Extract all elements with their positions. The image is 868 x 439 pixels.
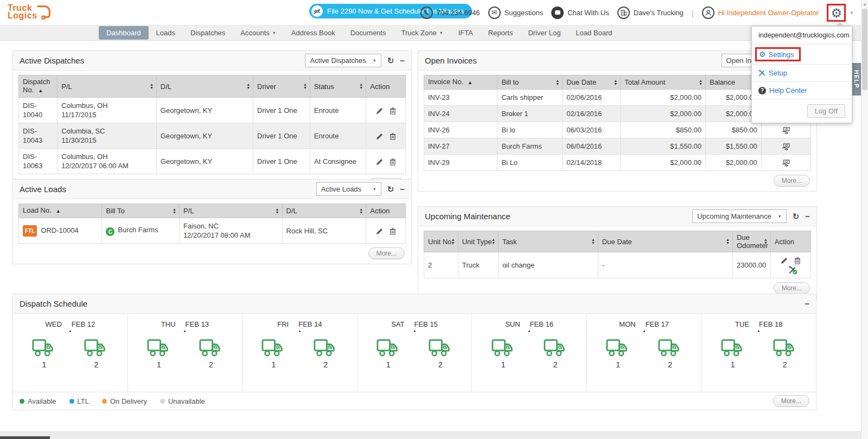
edit-icon[interactable] xyxy=(376,158,383,166)
col-bill-to[interactable]: Bill To▲▼ xyxy=(102,204,180,218)
truck-button[interactable]: 1 xyxy=(146,339,171,369)
scroll-up-arrow-icon[interactable]: ▲ xyxy=(861,0,868,8)
menu-item-settings[interactable]: ⚙ Settings xyxy=(752,44,852,65)
nav-address-book[interactable]: Address Book xyxy=(284,26,343,40)
day-dot xyxy=(69,330,71,332)
col-load-no[interactable]: Load No.▲ xyxy=(19,204,102,218)
company-switcher[interactable]: Dave's Trucking xyxy=(617,7,684,19)
collapse-icon[interactable]: − xyxy=(805,212,810,220)
suggestions-link[interactable]: ✉ Suggestions xyxy=(488,7,544,19)
nav-reports[interactable]: Reports xyxy=(481,26,521,40)
expresstrucktax-icon: ex xyxy=(311,5,323,17)
nav-driver-log[interactable]: Driver Log xyxy=(520,26,568,40)
phone-number: 704.234.6946 xyxy=(437,9,480,17)
panel-title: Dispatch Schedule xyxy=(20,299,87,308)
pl-cell: Columbus, OH11/17/2015 xyxy=(58,98,157,123)
user-greeting[interactable]: Hi Independent Owner-Operator xyxy=(702,7,819,19)
truck-button[interactable]: 1 xyxy=(491,339,516,369)
refresh-icon[interactable]: ↻ xyxy=(387,56,394,65)
col-status[interactable]: Status▲▼ xyxy=(310,75,366,98)
truck-button[interactable]: 2 xyxy=(658,339,682,369)
delete-icon[interactable] xyxy=(390,107,396,114)
col-due-date[interactable]: Due Date▲▼ xyxy=(563,75,621,90)
active-dispatches-select[interactable]: Active Dispatches▼ xyxy=(305,54,381,67)
nav-dashboard[interactable]: Dashboard xyxy=(99,26,149,40)
truck-button[interactable]: 1 xyxy=(31,339,56,369)
col-unit-no[interactable]: Unit No.▲▼ xyxy=(424,231,458,252)
col-bill-to[interactable]: Bill to▲▼ xyxy=(497,75,563,90)
more-button[interactable]: More... xyxy=(773,395,809,407)
menu-item-setup[interactable]: Setup xyxy=(752,65,852,82)
edit-icon[interactable] xyxy=(781,257,788,264)
schedule-days: WEDFEB 12 1 2 THUFEB 13 1 2 FRIFEB 14 1 … xyxy=(13,314,816,392)
truck-icon xyxy=(261,339,286,358)
collapse-icon[interactable]: − xyxy=(805,300,809,308)
edit-icon[interactable] xyxy=(376,107,383,114)
col-pl[interactable]: P/L▲▼ xyxy=(58,75,157,98)
record-payment-icon[interactable] xyxy=(782,160,790,167)
log-off-button[interactable]: Log Off xyxy=(807,104,845,118)
truck-button[interactable]: 2 xyxy=(773,339,797,369)
truck-button[interactable]: 1 xyxy=(261,339,286,369)
col-dl[interactable]: D/L▲▼ xyxy=(282,204,366,218)
delete-icon[interactable] xyxy=(390,133,396,140)
nav-loads[interactable]: Loads xyxy=(149,26,183,40)
record-payment-icon[interactable] xyxy=(782,143,790,151)
nav-dispatches[interactable]: Dispatches xyxy=(183,26,233,40)
chat-with-us-link[interactable]: Chat With Us xyxy=(551,7,609,19)
nav-truck-zone[interactable]: Truck Zone▼ xyxy=(393,26,450,40)
panel-title: Upcoming Maintenance xyxy=(425,212,510,221)
trucklogics-logo[interactable]: Truck Logics xyxy=(8,2,53,22)
truck-button[interactable]: 1 xyxy=(605,339,630,369)
company-name: Dave's Trucking xyxy=(634,9,684,17)
complete-maintenance-icon[interactable] xyxy=(788,265,797,275)
refresh-icon[interactable]: ↻ xyxy=(793,212,800,220)
col-dispatch-no[interactable]: Dispatch No.▲ xyxy=(19,75,58,98)
truck-button[interactable]: 2 xyxy=(84,339,108,369)
edit-icon[interactable] xyxy=(376,228,383,235)
schedule-day: FRIFEB 14 1 2 xyxy=(242,314,358,392)
col-pl[interactable]: P/L▲▼ xyxy=(179,204,282,218)
collapse-icon[interactable]: − xyxy=(400,56,405,65)
truck-button[interactable]: 2 xyxy=(199,339,224,369)
nav-ifta[interactable]: IFTA xyxy=(451,26,481,40)
truck-button[interactable]: 1 xyxy=(720,339,745,369)
edit-icon[interactable] xyxy=(376,133,383,140)
truck-button[interactable]: 2 xyxy=(543,339,568,369)
truck-button[interactable]: 1 xyxy=(376,339,401,369)
truck-button[interactable]: 2 xyxy=(313,339,338,369)
col-due-date[interactable]: Due Date▲▼ xyxy=(598,231,732,252)
scrollbar-thumb[interactable] xyxy=(862,9,867,90)
nav-load-board[interactable]: Load Board xyxy=(568,26,620,40)
delete-icon[interactable] xyxy=(390,158,396,166)
active-loads-select[interactable]: Active Loads▼ xyxy=(316,182,381,196)
col-unit-type[interactable]: Unit Type▲▼ xyxy=(458,231,498,252)
refresh-icon[interactable]: ↻ xyxy=(387,185,394,193)
truck-button[interactable]: 2 xyxy=(428,339,453,369)
table-row: 2 Truck oil change - 23000.00 xyxy=(424,252,811,278)
col-total-amount[interactable]: Total Amount▲▼ xyxy=(621,75,706,90)
collapse-icon[interactable]: − xyxy=(400,185,405,193)
more-button[interactable]: More... xyxy=(774,175,810,187)
more-button[interactable]: More... xyxy=(368,247,405,259)
menu-item-help-center[interactable]: ? Help Center xyxy=(752,82,852,99)
truck-icon xyxy=(773,339,797,358)
delete-icon[interactable] xyxy=(794,257,801,264)
col-task[interactable]: Task▲▼ xyxy=(498,231,598,252)
settings-label: Settings xyxy=(769,50,794,59)
gear-icon[interactable]: ⚙ xyxy=(831,6,842,20)
col-driver[interactable]: Driver▲▼ xyxy=(253,75,310,98)
truck-icon xyxy=(658,339,682,358)
col-due-odometer[interactable]: Due Odometer▲▼ xyxy=(732,231,770,252)
col-invoice-no[interactable]: Invoice No.▲ xyxy=(424,75,497,90)
nav-accounts[interactable]: Accounts▼ xyxy=(233,26,283,40)
col-dl[interactable]: D/L▲▼ xyxy=(156,75,253,98)
more-button[interactable]: More... xyxy=(774,282,810,294)
scrollbar[interactable]: ▲ xyxy=(861,0,868,439)
record-payment-icon[interactable] xyxy=(782,127,790,135)
help-side-tab[interactable]: HELP xyxy=(852,63,861,96)
unavailable-dot-icon xyxy=(160,399,165,404)
nav-documents[interactable]: Documents xyxy=(343,26,394,40)
delete-icon[interactable] xyxy=(390,228,396,235)
upcoming-maintenance-select[interactable]: Upcoming Maintenance▼ xyxy=(692,209,787,223)
